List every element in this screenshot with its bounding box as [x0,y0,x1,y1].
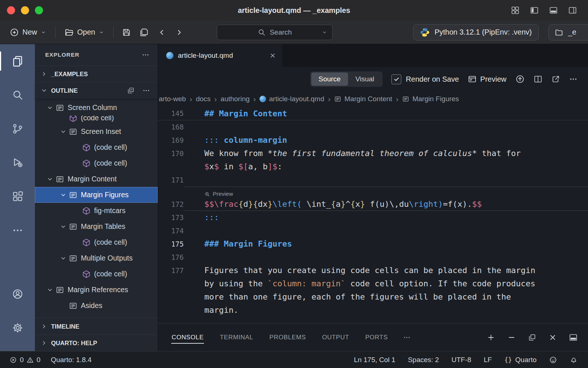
visual-mode-button[interactable]: Visual [348,72,381,86]
problems-status[interactable]: 0 0 [10,356,40,364]
code-line-wrap[interactable]: $x$ in $[a, b]$: [158,160,588,173]
editor-more-button[interactable] [569,75,578,84]
panel-restore-button[interactable] [528,333,537,342]
close-window-button[interactable] [7,6,15,14]
activity-account[interactable] [0,277,35,311]
outline-item-code-cell[interactable]: (code cell) [35,234,158,250]
breadcrumb-margin-content[interactable]: Margin Content [334,95,392,103]
encoding-status[interactable]: UTF-8 [451,356,471,364]
panel-tab-ports[interactable]: PORTS [365,330,388,344]
breadcrumb-article-layout-qmd[interactable]: article-layout.qmd [259,95,324,103]
outline-item-margin-content[interactable]: Margin Content [35,171,158,187]
activity-explorer[interactable] [0,44,35,78]
code-line-170[interactable]: 170We know from *the first fundamental t… [158,147,588,160]
navigate-back-button[interactable] [154,25,169,40]
code-line-176[interactable]: 176 [158,251,588,264]
render-on-save-toggle[interactable]: Render on Save [391,74,459,84]
activity-settings[interactable] [0,311,35,345]
customize-layout-icon[interactable] [511,6,520,15]
outline-item-margin-tables[interactable]: Margin Tables [35,219,158,234]
chevron-down-icon[interactable] [58,255,69,262]
toggle-secondary-sidebar-icon[interactable] [568,6,577,15]
chevron-down-icon[interactable] [44,176,55,183]
collapse-all-button[interactable] [127,86,135,95]
sticky-scroll-line[interactable]: 145## Margin Content [158,107,588,120]
quarto-version-status[interactable]: Quarto: 1.8.4 [51,356,92,364]
cursor-position-status[interactable]: Ln 175, Col 1 [354,356,395,364]
preview-button[interactable]: Preview [468,75,506,84]
activity-more[interactable] [0,213,35,247]
code-line-wrap[interactable]: margin. [158,304,588,317]
outline-item-code-cell[interactable]: (code cell) [35,266,158,282]
code-line-175[interactable]: 175### Margin Figures [158,237,588,251]
chevron-down-icon[interactable] [58,191,69,199]
chevron-down-icon[interactable] [58,128,69,135]
render-document-button[interactable] [515,74,525,84]
outline-item-code-cell[interactable]: (code cell) [35,116,158,124]
outline-item-code-cell[interactable]: (code cell) [35,155,158,171]
panel-tab-output[interactable]: OUTPUT [322,330,349,344]
panel-tab-terminal[interactable]: TERMINAL [219,330,254,344]
outline-item-screen-inset[interactable]: Screen Inset [35,124,158,139]
open-in-new-window-button[interactable] [551,75,560,84]
code-line-169[interactable]: 169::: column-margin [158,134,588,147]
outline-item-asides[interactable]: Asides [35,298,158,314]
outline-item-margin-figures[interactable]: Margin Figures [35,187,158,203]
split-editor-button[interactable] [534,75,542,84]
notifications-button[interactable] [570,356,578,364]
eol-status[interactable]: LF [484,356,492,364]
code-line-177[interactable]: 177Figures that you create using code ce… [158,264,588,277]
activity-source-control[interactable] [0,112,35,146]
outline-item-multiple-outputs[interactable]: Multiple Outputs [35,250,158,266]
panel-close-button[interactable] [548,333,557,342]
code-editor[interactable]: 145## Margin Content 168169::: column-ma… [158,107,588,323]
search-input[interactable]: Search [217,25,333,40]
chevron-down-icon[interactable] [44,286,55,294]
interpreter-selector[interactable]: Python 3.12.1 (PipEnv: .venv) [413,24,539,40]
outline-more-button[interactable] [142,86,150,95]
breadcrumb-arto-web[interactable]: arto-web [159,95,186,103]
language-mode-status[interactable]: {} Quarto [504,356,537,364]
code-line-145[interactable]: 145## Margin Content [158,107,588,120]
code-line-173[interactable]: 173::: [158,211,588,224]
chevron-down-icon[interactable] [58,223,69,230]
panel-layout-button[interactable] [569,333,578,342]
breadcrumb-margin-figures[interactable]: Margin Figures [402,95,459,103]
outline-item-code-cell[interactable]: (code cell) [35,139,158,155]
outline-item-screen-column[interactable]: Screen Column [35,100,158,116]
panel-more-button[interactable] [403,333,411,342]
code-line-wrap[interactable]: by using the `column: margin` code cell … [158,277,588,290]
code-line-wrap[interactable]: more than one figure, each of the figure… [158,290,588,304]
timeline-section-header[interactable]: TIMELINE [35,318,158,335]
panel-minimize-button[interactable] [507,333,516,342]
code-line-172[interactable]: 172$$\frac{d}{dx}\left( \int_{a}^{x} f(u… [158,198,588,211]
outline-item-fig-mtcars[interactable]: fig-mtcars [35,203,158,219]
render-on-save-checkbox[interactable] [391,74,401,84]
panel-tab-problems[interactable]: PROBLEMS [269,330,306,344]
chevron-down-icon[interactable] [44,104,55,112]
outline-item-margin-references[interactable]: Margin References [35,282,158,298]
code-line-168[interactable]: 168 [158,120,588,134]
code-line-171[interactable]: 171 [158,173,588,187]
feedback-button[interactable] [549,356,557,364]
new-button[interactable]: New [6,25,50,40]
navigate-forward-button[interactable] [172,25,187,40]
math-preview-codelens[interactable]: Preview [158,187,588,198]
open-button[interactable]: Open [61,25,108,40]
tab-article-layout-qmd[interactable]: article-layout.qmd [158,44,282,67]
activity-run-debug[interactable] [0,146,35,180]
fullscreen-window-button[interactable] [35,6,43,14]
indentation-status[interactable]: Spaces: 2 [408,356,439,364]
explorer-more-button[interactable] [141,51,150,59]
toggle-panel-icon[interactable] [549,6,558,15]
save-all-button[interactable] [136,25,152,40]
activity-search[interactable] [0,78,35,112]
tab-close-button[interactable] [269,52,276,59]
activity-extensions[interactable] [0,180,35,213]
save-button[interactable] [119,25,134,40]
minimize-window-button[interactable] [21,6,29,14]
breadcrumb-docs[interactable]: docs [196,95,211,103]
workspace-button[interactable]: _e [548,24,588,40]
panel-tab-console[interactable]: CONSOLE [171,330,204,344]
quarto-help-section-header[interactable]: QUARTO: HELP [35,335,158,351]
